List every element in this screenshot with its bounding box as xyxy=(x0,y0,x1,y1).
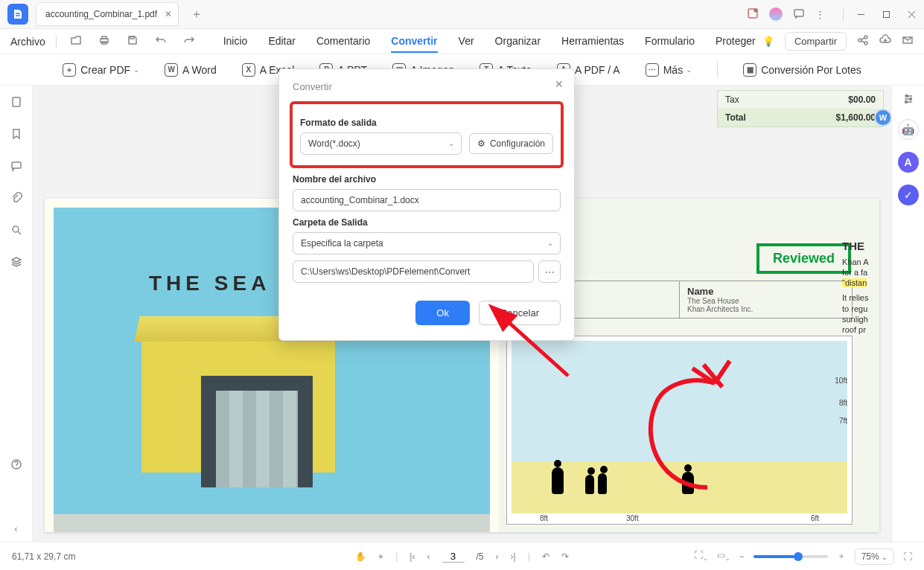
more-button[interactable]: ⋯Más⌄ xyxy=(646,63,692,77)
close-window-button[interactable] xyxy=(899,2,924,26)
undo-icon[interactable] xyxy=(155,34,167,48)
redo-icon[interactable] xyxy=(183,34,195,48)
svg-point-1 xyxy=(754,9,757,12)
share-button[interactable]: Compartir xyxy=(785,32,847,51)
tab-title: accounting_Combinar_1.pdf xyxy=(45,9,157,19)
close-tab-icon[interactable]: ✕ xyxy=(165,9,172,19)
last-page-icon[interactable]: ›| xyxy=(511,551,516,562)
folder-path-input[interactable] xyxy=(293,260,534,283)
reviewed-stamp: Reviewed xyxy=(756,243,851,274)
svg-point-9 xyxy=(864,36,867,39)
fit-width-icon[interactable]: ⛶⌄ xyxy=(694,550,708,562)
notification-icon[interactable] xyxy=(747,7,759,22)
open-icon[interactable] xyxy=(70,34,82,48)
select-tool-icon[interactable]: ⌖ xyxy=(378,551,383,562)
batch-conversion-button[interactable]: ▦Conversión Por Lotes xyxy=(743,63,861,77)
format-label: Formato de salida xyxy=(300,118,553,128)
maximize-button[interactable] xyxy=(873,2,899,26)
cloud-upload-icon[interactable] xyxy=(879,34,891,48)
cancel-button[interactable]: Cancelar xyxy=(479,301,561,325)
gear-icon: ⚙ xyxy=(477,138,485,149)
layers-icon[interactable] xyxy=(10,256,22,270)
total-label: Total xyxy=(725,112,746,123)
mail-icon[interactable] xyxy=(902,34,914,48)
menu-proteger[interactable]: Proteger xyxy=(716,31,756,53)
main-menu: Inicio Editar Comentario Convertir Ver O… xyxy=(223,31,756,53)
comments-icon[interactable] xyxy=(10,160,22,174)
collapse-rail-icon[interactable]: ‹ xyxy=(14,523,17,534)
svg-rect-3 xyxy=(883,11,889,17)
avatar-icon[interactable] xyxy=(769,7,783,21)
summary-table: Tax$00.00 Total$1,600.00 W xyxy=(717,90,884,127)
menu-comentario[interactable]: Comentario xyxy=(316,31,370,53)
format-select[interactable]: Word(*.docx) xyxy=(300,132,462,155)
menu-archivo[interactable]: Archivo xyxy=(0,36,56,48)
document-tab[interactable]: accounting_Combinar_1.pdf ✕ xyxy=(36,2,179,26)
app-logo xyxy=(7,4,28,25)
svg-point-16 xyxy=(905,95,908,97)
search-icon[interactable] xyxy=(10,224,22,238)
rotate-ccw-icon[interactable]: ↶ xyxy=(542,551,549,562)
ai-assist-icon[interactable]: A xyxy=(898,152,919,173)
zoom-in-icon[interactable]: ＋ xyxy=(837,550,846,563)
minimize-button[interactable] xyxy=(848,2,873,26)
menu-formulario[interactable]: Formulario xyxy=(645,31,695,53)
svg-point-14 xyxy=(13,226,19,232)
kebab-menu-icon[interactable]: ⋮ xyxy=(815,9,825,20)
share-icon[interactable] xyxy=(857,34,869,48)
page-view-icon[interactable]: ▭⌄ xyxy=(717,550,730,562)
menu-herramientas[interactable]: Herramientas xyxy=(561,31,624,53)
create-pdf-button[interactable]: ＋Crear PDF⌄ xyxy=(63,63,139,77)
zoom-value[interactable]: 75% ⌄ xyxy=(855,548,894,565)
thumbnails-icon[interactable] xyxy=(10,96,22,110)
page-number-input[interactable] xyxy=(442,551,464,563)
hand-tool-icon[interactable]: ✋ xyxy=(355,551,366,562)
svg-point-8 xyxy=(858,39,861,42)
settings-sliders-icon[interactable] xyxy=(902,93,914,107)
menu-editar[interactable]: Editar xyxy=(268,31,296,53)
page-title: THE SEA H xyxy=(149,272,299,295)
next-page-icon[interactable]: › xyxy=(496,551,499,562)
feedback-icon[interactable] xyxy=(793,7,805,22)
configuration-button[interactable]: ⚙ Configuración xyxy=(469,133,553,154)
fullscreen-icon[interactable]: ⛶ xyxy=(903,551,912,562)
to-word-button[interactable]: WA Word xyxy=(165,63,217,77)
menu-ver[interactable]: Ver xyxy=(459,31,474,53)
modal-title: Convertir xyxy=(293,81,561,92)
tax-value: $00.00 xyxy=(848,95,876,105)
page-dimensions: 61,71 x 29,7 cm xyxy=(0,551,87,562)
bookmarks-icon[interactable] xyxy=(10,128,22,142)
lightbulb-icon[interactable]: 💡 xyxy=(762,36,774,47)
prev-page-icon[interactable]: ‹ xyxy=(427,551,430,562)
folder-select[interactable]: Especifica la carpeta xyxy=(293,232,561,254)
folder-label: Carpeta de Salida xyxy=(293,217,561,228)
rotate-cw-icon[interactable]: ↷ xyxy=(561,551,569,562)
modal-close-icon[interactable]: ✕ xyxy=(555,78,564,90)
page-total: /5 xyxy=(476,551,483,562)
convert-modal: Convertir ✕ Formato de salida Word(*.doc… xyxy=(278,68,575,341)
filename-input[interactable] xyxy=(293,189,561,211)
zoom-slider[interactable] xyxy=(753,555,828,558)
attachments-icon[interactable] xyxy=(10,192,22,206)
browse-folder-button[interactable]: ⋯ xyxy=(538,260,561,283)
help-icon[interactable] xyxy=(10,458,22,473)
save-icon[interactable] xyxy=(127,34,138,48)
print-icon[interactable] xyxy=(98,34,110,48)
statusbar: 61,71 x 29,7 cm ✋ ⌖ | |‹ ‹ /5 › ›| | ↶ ↷… xyxy=(0,542,924,570)
menu-organizar[interactable]: Organizar xyxy=(495,31,541,53)
menu-inicio[interactable]: Inicio xyxy=(223,31,248,53)
ok-button[interactable]: Ok xyxy=(415,301,470,325)
highlighted-section: Formato de salida Word(*.docx) ⌄ ⚙ Confi… xyxy=(290,101,564,168)
menubar: Archivo Inicio Editar Comentario Convert… xyxy=(0,29,924,54)
check-icon[interactable]: ✓ xyxy=(898,185,919,205)
svg-rect-12 xyxy=(13,97,20,106)
filename-label: Nombre del archivo xyxy=(293,174,561,185)
svg-rect-7 xyxy=(130,36,134,39)
menu-convertir[interactable]: Convertir xyxy=(391,31,437,53)
first-page-icon[interactable]: |‹ xyxy=(410,551,415,562)
svg-point-17 xyxy=(909,98,911,100)
word-badge-icon[interactable]: W xyxy=(874,109,891,127)
ai-chat-icon[interactable]: 🤖 xyxy=(898,119,919,140)
new-tab-button[interactable]: ＋ xyxy=(185,4,208,25)
zoom-out-icon[interactable]: − xyxy=(739,551,745,562)
